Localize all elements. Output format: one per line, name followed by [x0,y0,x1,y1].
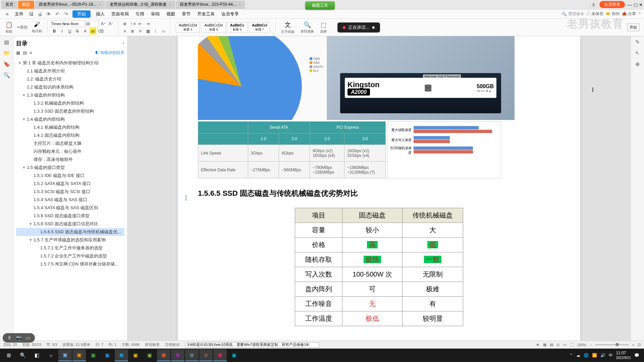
style-h5[interactable]: AaBbCcDd标题 5 [201,22,225,33]
layout-web-icon[interactable]: ▤ [550,343,553,347]
tray-chevron-icon[interactable]: ⌃ [570,353,573,358]
status-words[interactable]: 字数: 6588 [122,342,140,347]
outline-item[interactable]: 缓存：高速传输部件 [16,156,124,164]
outline-icon[interactable]: ▤ [4,39,9,45]
style-h6[interactable]: AaBbCc标题 6 [227,22,248,33]
menu-review[interactable]: 审阅 [148,11,163,17]
ai-outline-button[interactable]: ◐ 智能识别目录 [95,50,124,56]
outline-item[interactable]: 1.5.6.5 SSD 固态磁盘与传统机械磁盘优... [16,228,124,236]
tray-wifi-icon[interactable]: 📶 [592,353,597,358]
menu-view[interactable]: 视图 [163,11,178,17]
taskbar-app[interactable]: ▣ [213,349,227,361]
outline-item[interactable]: 1.3.2 机械磁盘的外部结构 [16,99,124,107]
camera-icon[interactable]: 📷 [16,335,22,341]
increase-font-icon[interactable]: A⁺ [100,20,107,27]
strike-button[interactable]: S̶ [74,28,81,35]
zoom-value[interactable]: 180% [577,343,586,347]
bookmark-icon[interactable]: 🔖 [3,61,10,67]
taskbar-app[interactable]: ▣ [171,349,184,361]
indent-dec-icon[interactable]: ⇤ [137,20,144,27]
stop-record-icon[interactable]: ■ [372,25,375,30]
help-icon[interactable]: ⊕ [635,61,640,67]
menu-member[interactable]: 会员专享 [218,11,242,17]
tray-notifications-icon[interactable]: 💬 [634,353,639,358]
layout-read-icon[interactable]: ▭ [563,343,567,347]
tray-clock[interactable]: 11:072022/9/21 [616,351,631,360]
format-painter-button[interactable]: 🖌格式刷 [30,19,44,36]
tray-ime-icon[interactable]: 中 [609,353,613,358]
preview-icon[interactable]: 👁 [45,11,52,17]
pencil-icon[interactable]: ✎ [635,39,640,45]
status-note-input[interactable] [185,342,319,348]
taskbar-app[interactable]: ▣ [199,349,213,361]
outline-item[interactable]: ▾1.4 磁盘的内部结构 [16,115,124,123]
border-icon[interactable]: ▭ [160,28,167,35]
layout-print-icon[interactable]: ▦ [543,343,546,347]
fullscreen-icon[interactable]: ⛶ [570,343,574,347]
document-viewport[interactable]: HDD SSD mSATA M.2 Warranty Void If Remov… [127,36,631,341]
select-button[interactable]: ⬚选择 [318,19,329,36]
decrease-font-icon[interactable]: A⁻ [108,20,114,27]
taskbar-app[interactable]: ▣ [58,349,72,361]
outline-item[interactable]: 1.1 磁盘及作用介绍 [16,67,124,75]
font-size-select[interactable] [86,20,99,27]
menu-insert[interactable]: 插入 [93,11,108,17]
clear-format-button[interactable]: ⌫ [97,28,104,35]
taskbar-app[interactable]: ▣ [157,349,170,361]
outline-item[interactable]: 1.5.2 SATA 磁盘与 SATA 接口 [16,180,124,188]
outline-tool-icon[interactable]: ≡ [30,50,32,55]
notification-badge[interactable]: 3 [590,2,597,7]
outline-item[interactable]: 闪存颗粒单元：核心器件 [16,147,124,156]
menu-layout[interactable]: 页面布局 [108,11,132,17]
screenshot-tool-button[interactable]: 截图工具 [305,1,335,10]
style-h4[interactable]: AaBbCcDd标题 4 [176,22,200,33]
bullet-list-icon[interactable]: ≣ [121,20,128,27]
cut-button[interactable]: ✂ 剪切 [17,24,28,31]
settings-icon[interactable]: ▭ [26,335,30,341]
taskbar-app[interactable]: ▣ [87,349,100,361]
tab-doc-1[interactable]: 跟老男孩学linux...-0528-P1-19...× [35,1,105,9]
maximize-icon[interactable]: ▢ [634,2,638,7]
command-search[interactable]: 🔍 查找命令 [562,11,584,17]
start-menu-button[interactable]: ⊞ [2,349,15,361]
outline-item[interactable]: 1.5.7.1 生产工作中服务器的选型 [16,244,124,252]
zoom-in-icon[interactable]: + [632,343,634,347]
cortana-icon[interactable]: ○ [44,349,58,361]
outline-item[interactable]: 1.5.7.2 企业生产工作中磁盘的选型 [16,252,124,260]
bold-button[interactable]: B [51,28,58,35]
zoom-slider[interactable] [595,344,629,345]
status-spell[interactable]: 拼写检查 [145,342,160,347]
align-justify-icon[interactable]: ▦ [145,28,151,35]
taskbar-app[interactable]: ▣ [101,349,114,361]
zoom-out-icon[interactable]: − [590,343,592,347]
outline-item[interactable]: 1.5.3 SCSI 磁盘与 SCSI 接口 [16,188,124,196]
minimize-icon[interactable]: — [628,2,632,7]
close-icon[interactable]: × [169,3,171,6]
align-left-icon[interactable]: ≡ [121,28,128,35]
taskbar-app[interactable]: ▣ [129,349,142,361]
find-replace-button[interactable]: 🔍查找替换 [299,19,316,36]
tab-gaoding[interactable]: 稿定 [18,1,34,9]
outline-item[interactable]: ▾1.5.7 生产环境磁盘的选型和应用案例 [16,236,124,244]
outline-item[interactable]: 1.5.4 SAS 磁盘与 SAS 接口 [16,196,124,204]
print-icon[interactable]: 🖨 [37,11,43,17]
menu-icon[interactable]: ≡ [4,11,10,17]
close-icon[interactable]: × [239,3,241,6]
cursor-icon[interactable]: ↖ [635,50,640,56]
taskbar-app[interactable]: ▣ [185,349,199,361]
number-list-icon[interactable]: ⋮≡ [129,20,136,27]
outline-item[interactable]: 1.4.1 机械磁盘内部结构 [16,123,124,131]
tab-home[interactable]: 首页 [1,1,17,9]
layout-outline-icon[interactable]: ◎ [556,343,560,347]
chevron-up-icon[interactable]: ⌃ [638,12,641,16]
menu-start[interactable]: 开始 [72,10,91,18]
tray-volume-icon[interactable]: 🔊 [600,353,605,358]
menu-chapter[interactable]: 章节 [178,11,194,17]
italic-button[interactable]: I [59,28,65,35]
text-layout-button[interactable]: 文文字排版 [279,19,297,36]
indent-inc-icon[interactable]: ⇥ [145,20,151,27]
redo-icon[interactable]: ↷ [63,11,69,17]
tray-cloud-icon[interactable]: ☁ [576,353,580,358]
tab-doc-2[interactable]: 老男孩远程班教..介绍_课程教案× [106,1,175,9]
align-center-icon[interactable]: ≣ [129,28,136,35]
